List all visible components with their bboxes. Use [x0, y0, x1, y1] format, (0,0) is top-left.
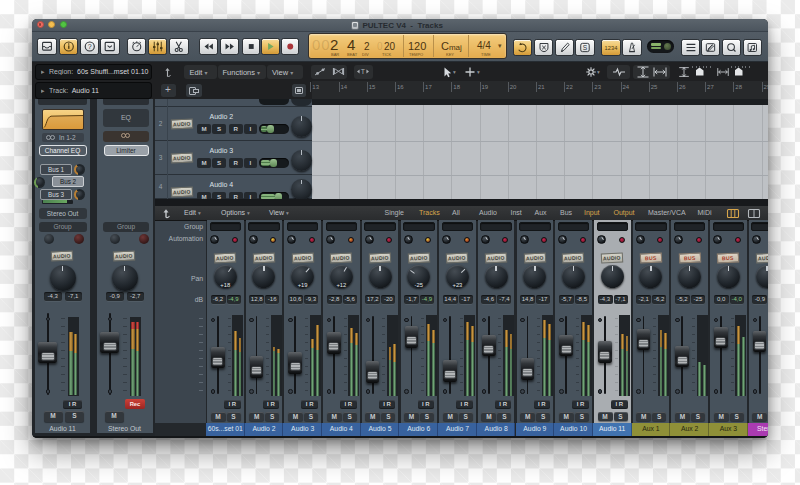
svg-text:1234: 1234: [605, 45, 619, 51]
svg-text:T: T: [361, 68, 366, 75]
svg-text:S: S: [583, 44, 588, 51]
svg-text:?: ?: [87, 43, 91, 50]
